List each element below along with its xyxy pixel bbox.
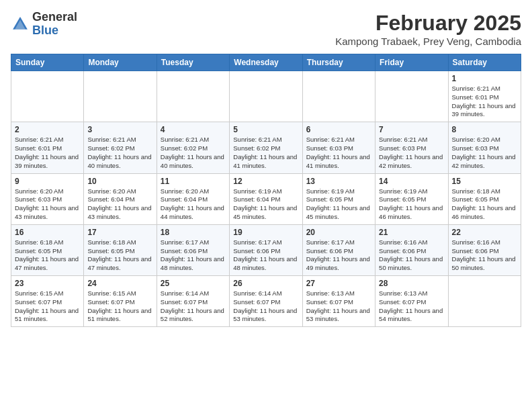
day-number: 17 [87,228,152,237]
day-info: Sunrise: 6:16 AM Sunset: 6:06 PM Dayligh… [452,238,517,273]
logo-icon [11,15,30,34]
day-info: Sunrise: 6:21 AM Sunset: 6:02 PM Dayligh… [161,136,226,170]
day-info: Sunrise: 6:15 AM Sunset: 6:07 PM Dayligh… [15,289,80,324]
day-info: Sunrise: 6:19 AM Sunset: 6:05 PM Dayligh… [379,187,444,222]
day-number: 13 [306,177,371,186]
day-number: 11 [161,177,226,186]
calendar-cell: 26Sunrise: 6:14 AM Sunset: 6:07 PM Dayli… [230,276,302,327]
day-info: Sunrise: 6:20 AM Sunset: 6:03 PM Dayligh… [15,187,80,222]
day-info: Sunrise: 6:21 AM Sunset: 6:02 PM Dayligh… [87,136,152,170]
day-number: 10 [87,177,152,186]
weekday-friday: Friday [375,54,448,71]
calendar-cell: 23Sunrise: 6:15 AM Sunset: 6:07 PM Dayli… [11,276,84,327]
day-info: Sunrise: 6:21 AM Sunset: 6:02 PM Dayligh… [233,136,298,170]
calendar-cell: 13Sunrise: 6:19 AM Sunset: 6:05 PM Dayli… [302,173,375,224]
calendar-cell: 4Sunrise: 6:21 AM Sunset: 6:02 PM Daylig… [157,122,229,173]
day-number: 16 [15,228,80,237]
day-number: 5 [233,125,298,134]
calendar-cell [84,71,157,122]
weekday-wednesday: Wednesday [230,54,302,71]
day-number: 14 [379,177,444,186]
calendar-cell: 27Sunrise: 6:13 AM Sunset: 6:07 PM Dayli… [302,276,375,327]
day-number: 12 [233,177,298,186]
day-info: Sunrise: 6:17 AM Sunset: 6:06 PM Dayligh… [233,238,298,273]
calendar-cell: 5Sunrise: 6:21 AM Sunset: 6:02 PM Daylig… [230,122,302,173]
week-row-2: 2Sunrise: 6:21 AM Sunset: 6:01 PM Daylig… [11,122,521,173]
day-info: Sunrise: 6:20 AM Sunset: 6:04 PM Dayligh… [161,187,226,222]
day-info: Sunrise: 6:20 AM Sunset: 6:03 PM Dayligh… [452,136,517,170]
day-number: 7 [379,125,444,134]
weekday-saturday: Saturday [448,54,521,71]
day-number: 1 [452,74,517,83]
day-info: Sunrise: 6:16 AM Sunset: 6:06 PM Dayligh… [379,238,444,273]
calendar-cell: 7Sunrise: 6:21 AM Sunset: 6:03 PM Daylig… [375,122,448,173]
weekday-monday: Monday [84,54,157,71]
location: Kampong Trabaek, Prey Veng, Cambodia [335,36,521,47]
day-number: 2 [15,125,80,134]
calendar-cell: 11Sunrise: 6:20 AM Sunset: 6:04 PM Dayli… [157,173,229,224]
calendar-body: 1Sunrise: 6:21 AM Sunset: 6:01 PM Daylig… [11,71,521,327]
page-header: General Blue February 2025 Kampong Traba… [11,11,521,47]
day-number: 27 [306,279,371,288]
weekday-header-row: SundayMondayTuesdayWednesdayThursdayFrid… [11,54,521,71]
day-number: 23 [15,279,80,288]
calendar-cell: 22Sunrise: 6:16 AM Sunset: 6:06 PM Dayli… [448,224,521,275]
month-year: February 2025 [335,11,521,36]
weekday-tuesday: Tuesday [157,54,229,71]
day-number: 28 [379,279,444,288]
day-info: Sunrise: 6:18 AM Sunset: 6:05 PM Dayligh… [87,238,152,273]
calendar-table: SundayMondayTuesdayWednesdayThursdayFrid… [11,54,521,327]
day-number: 21 [379,228,444,237]
calendar-cell [230,71,302,122]
day-info: Sunrise: 6:14 AM Sunset: 6:07 PM Dayligh… [161,289,226,324]
day-number: 15 [452,177,517,186]
day-info: Sunrise: 6:18 AM Sunset: 6:05 PM Dayligh… [452,187,517,222]
day-info: Sunrise: 6:21 AM Sunset: 6:01 PM Dayligh… [15,136,80,170]
week-row-1: 1Sunrise: 6:21 AM Sunset: 6:01 PM Daylig… [11,71,521,122]
calendar-cell: 15Sunrise: 6:18 AM Sunset: 6:05 PM Dayli… [448,173,521,224]
calendar-cell: 25Sunrise: 6:14 AM Sunset: 6:07 PM Dayli… [157,276,229,327]
calendar-cell: 1Sunrise: 6:21 AM Sunset: 6:01 PM Daylig… [448,71,521,122]
week-row-4: 16Sunrise: 6:18 AM Sunset: 6:05 PM Dayli… [11,224,521,275]
day-info: Sunrise: 6:14 AM Sunset: 6:07 PM Dayligh… [233,289,298,324]
day-number: 8 [452,125,517,134]
day-number: 22 [452,228,517,237]
day-number: 26 [233,279,298,288]
calendar-cell: 6Sunrise: 6:21 AM Sunset: 6:03 PM Daylig… [302,122,375,173]
calendar-cell: 14Sunrise: 6:19 AM Sunset: 6:05 PM Dayli… [375,173,448,224]
day-info: Sunrise: 6:17 AM Sunset: 6:06 PM Dayligh… [306,238,371,273]
calendar-cell: 20Sunrise: 6:17 AM Sunset: 6:06 PM Dayli… [302,224,375,275]
day-info: Sunrise: 6:15 AM Sunset: 6:07 PM Dayligh… [87,289,152,324]
day-info: Sunrise: 6:18 AM Sunset: 6:05 PM Dayligh… [15,238,80,273]
day-info: Sunrise: 6:20 AM Sunset: 6:04 PM Dayligh… [87,187,152,222]
calendar-cell: 28Sunrise: 6:13 AM Sunset: 6:07 PM Dayli… [375,276,448,327]
day-info: Sunrise: 6:21 AM Sunset: 6:03 PM Dayligh… [379,136,444,170]
day-info: Sunrise: 6:21 AM Sunset: 6:03 PM Dayligh… [306,136,371,170]
day-info: Sunrise: 6:19 AM Sunset: 6:05 PM Dayligh… [306,187,371,222]
calendar-cell: 21Sunrise: 6:16 AM Sunset: 6:06 PM Dayli… [375,224,448,275]
day-number: 24 [87,279,152,288]
day-info: Sunrise: 6:17 AM Sunset: 6:06 PM Dayligh… [161,238,226,273]
day-info: Sunrise: 6:13 AM Sunset: 6:07 PM Dayligh… [306,289,371,324]
calendar-cell: 16Sunrise: 6:18 AM Sunset: 6:05 PM Dayli… [11,224,84,275]
calendar-cell [11,71,84,122]
calendar-cell: 19Sunrise: 6:17 AM Sunset: 6:06 PM Dayli… [230,224,302,275]
calendar-cell: 17Sunrise: 6:18 AM Sunset: 6:05 PM Dayli… [84,224,157,275]
day-number: 20 [306,228,371,237]
day-number: 4 [161,125,226,134]
calendar-cell: 8Sunrise: 6:20 AM Sunset: 6:03 PM Daylig… [448,122,521,173]
calendar-cell: 10Sunrise: 6:20 AM Sunset: 6:04 PM Dayli… [84,173,157,224]
calendar-cell [448,276,521,327]
week-row-3: 9Sunrise: 6:20 AM Sunset: 6:03 PM Daylig… [11,173,521,224]
calendar-cell: 3Sunrise: 6:21 AM Sunset: 6:02 PM Daylig… [84,122,157,173]
day-number: 6 [306,125,371,134]
weekday-thursday: Thursday [302,54,375,71]
calendar-cell: 2Sunrise: 6:21 AM Sunset: 6:01 PM Daylig… [11,122,84,173]
logo-text: General Blue [32,11,77,38]
day-info: Sunrise: 6:21 AM Sunset: 6:01 PM Dayligh… [452,85,517,119]
day-number: 18 [161,228,226,237]
day-info: Sunrise: 6:13 AM Sunset: 6:07 PM Dayligh… [379,289,444,324]
week-row-5: 23Sunrise: 6:15 AM Sunset: 6:07 PM Dayli… [11,276,521,327]
day-number: 25 [161,279,226,288]
calendar-cell: 12Sunrise: 6:19 AM Sunset: 6:04 PM Dayli… [230,173,302,224]
